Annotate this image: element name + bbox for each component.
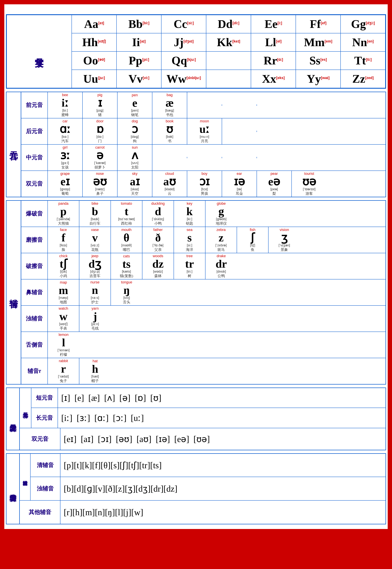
alphabet-cell: Ee[iː]	[251, 15, 296, 33]
vowels-section: 元音 前元音 bee iː [biː] 蜜蜂 pig ɪ [pɪɡ] 猪 pen…	[6, 92, 386, 197]
alphabet-cell: Gg[dʒiː]	[341, 15, 385, 33]
consonant-sym-big: s	[187, 232, 192, 243]
vowel-sym-big: ɒ	[97, 123, 104, 135]
consonant-sym-big: l	[62, 337, 65, 348]
vowel-symbol-cell	[257, 131, 292, 132]
consonant-symbols: lemon l [ˈlemən] 柠檬	[48, 332, 386, 358]
vowel-ipa: [nəʊz]	[95, 187, 105, 191]
alphabet-cell: Nn[en]	[341, 33, 385, 52]
consonant-ipa: [siː]	[187, 243, 192, 247]
alphabet-cell: Mm[em]	[296, 33, 341, 52]
vowel-cn: 月亮	[201, 139, 208, 144]
consonant-cn: 树	[188, 273, 191, 278]
consonant-sym-big: θ	[124, 232, 129, 243]
alphabet-letter: Bb	[128, 18, 143, 30]
alphabet-letter: Pp	[129, 54, 142, 67]
consonant-ipa: [ˈfɑːðə]	[153, 243, 164, 247]
other-cons-label: 其他辅音	[20, 501, 60, 524]
vowel-ipa: [kɑː]	[62, 135, 68, 139]
vowels-content: 前元音 bee iː [biː] 蜜蜂 pig ɪ [pɪɡ] 猪 pen e …	[21, 92, 386, 197]
alphabet-phonetic: [siː]	[187, 21, 194, 25]
consonant-ipa: [baɪk]	[91, 217, 99, 221]
vowel-symbol-cell	[187, 157, 222, 158]
consonant-row-label: 破擦音	[21, 253, 48, 279]
vowel-cn: 天空	[131, 191, 139, 196]
consonant-sym-big: z	[219, 232, 224, 243]
alphabet-letter: Qq	[172, 54, 187, 67]
consonant-sym-big: k	[186, 206, 193, 217]
consonant-symbol-cell: cats ts [kæts] 猫(复数)	[111, 253, 142, 279]
alphabet-cell: Ww[dʌbljuː]	[161, 70, 206, 88]
vowel-ipa: [pɪɡ]	[97, 108, 103, 113]
alphabet-cell: Tt[tiː]	[341, 52, 385, 70]
consonant-row-label: 磨擦音	[21, 227, 48, 253]
consonant-symbol-cell: panda p [ˈpændə] 大熊猫	[48, 201, 79, 227]
vowel-sym-big: ʊ	[166, 123, 173, 135]
vowel-classif-outer-label: 元音分类表	[6, 388, 20, 450]
consonant-symbol-cell: chick tʃ [tʃɪk] 小鸡	[48, 253, 79, 279]
consonant-row-label: 爆破音	[21, 201, 48, 227]
alphabet-row-header: 英文字母	[7, 15, 72, 88]
vowel-sym-big: eɪ	[60, 176, 70, 187]
alphabet-phonetic: [el]	[276, 39, 282, 43]
consonant-symbol-cell: vision ʒ [ˈvɪʒən] 景象	[268, 227, 300, 253]
consonant-sym-big: ŋ	[124, 284, 130, 296]
consonant-symbol-cell: hat h [hæt] 帽子	[79, 358, 111, 384]
alphabet-phonetic: [kjuː]	[187, 57, 196, 62]
consonant-sym-big: f	[62, 232, 65, 243]
consonant-cn: 毛线	[91, 326, 99, 331]
consonant-cn: 西红柿	[121, 221, 132, 226]
long-vowel-row: 长元音 [iː] [ɜː] [ɑː] [ɔː] [uː]	[31, 408, 386, 428]
consonant-sym-big: tʃ	[60, 258, 67, 270]
vowel-symbol-cell: dog ɔ [dɒɡ] 狗	[117, 118, 152, 144]
consonant-cn: 鱼	[251, 247, 254, 252]
vowel-classif-section: 元音分类表 单元音 短元音 [ɪ] [e] [æ] [ʌ] [ə] [ɒ] [ʊ…	[6, 387, 386, 450]
consonant-row-label: 鼻辅音	[21, 279, 48, 305]
consonant-ipa: [dreɪk]	[216, 270, 226, 273]
consonant-cn: 父亲	[154, 247, 162, 252]
diphthong-phonetics: [eɪ] [aɪ] [ɔɪ] [əʊ] [aʊ] [ɪə] [eə] [ʊə]	[60, 428, 386, 450]
voiced-row: 浊辅音 [b][d][ɡ][v][ð][z][ʒ][dʒ][dr][dz]	[30, 477, 386, 500]
alphabet-cell: Ll[el]	[251, 33, 296, 52]
paired-cons-group: 清浊成对的辅音 清辅音 [p][t][k][f][θ][s][ʃ][tʃ][tr…	[20, 454, 386, 501]
vowel-symbols: girl ɜː [ɡɜːl] 女孩 carrot ə [ˈkærət] 胡萝卜 …	[48, 145, 386, 171]
alphabet-cell: Dd[diː]	[206, 15, 251, 33]
vowel-ipa: [skaɪ]	[131, 187, 139, 191]
vowel-ipa: [ɪə]	[237, 187, 242, 191]
consonant-ipa: [kiː]	[187, 217, 192, 221]
vowel-cn: 汽车	[61, 139, 69, 144]
main-container: 英文字母Aa[eɪ]Bb[biː]Cc[siː]Dd[diː]Ee[iː]Ff[…	[3, 3, 389, 530]
alphabet-phonetic: [ef]	[321, 21, 326, 25]
consonant-cn: 手表	[60, 326, 67, 331]
alphabet-letter: Gg	[351, 18, 366, 30]
consonant-ipa: [ˈvɪʒən]	[279, 243, 290, 247]
consonant-symbols: panda p [ˈpændə] 大熊猫 bike b [baɪk] 自行车 t…	[48, 201, 386, 227]
alphabet-cell: Ss[es]	[296, 52, 341, 70]
vowel-sym-big: ɑː	[60, 123, 70, 135]
consonant-cn: 地图	[60, 300, 67, 305]
other-cons-phonetics: [r][h][m][n][ŋ][l][j][w]	[60, 501, 386, 524]
consonant-symbol-cell: globe g [ɡləʊb] 地球仪	[206, 201, 237, 227]
consonant-symbol-cell: bike b [baɪk] 自行车	[79, 201, 111, 227]
consonant-cn: 森林	[154, 273, 162, 278]
alphabet-cell: Hh[eɪtʃ]	[72, 33, 116, 52]
consonant-symbol-cell: sea s [siː] 海洋	[174, 227, 206, 253]
consonant-row: 舌侧音 lemon l [ˈlemən] 柠檬	[21, 332, 386, 358]
vowel-symbol-cell	[257, 104, 292, 106]
consonant-sym-big: h	[92, 363, 98, 375]
vowel-sym-big: ɜː	[60, 150, 70, 161]
consonant-symbol-cell: tomato t [tsɪˈnɑːtəʊ] 西红柿	[111, 201, 142, 227]
alphabet-phonetic: [en]	[367, 39, 374, 43]
vowel-symbol-cell: boy ɔɪ [bɔɪ] 男孩	[187, 171, 222, 197]
consonant-symbols: rabbit r [ˈræbɪt] 兔子 hat h [hæt] 帽子	[48, 358, 386, 384]
alphabet-letter: Cc	[174, 18, 187, 30]
consonant-cn: 嘴巴	[123, 247, 130, 252]
alphabet-phonetic: [piː]	[142, 57, 149, 62]
alphabet-phonetic: [viː]	[143, 76, 149, 80]
consonant-symbol-cell: drake dr [dreɪk] 公鸭	[206, 253, 237, 279]
vowel-ipa: [bʊk]	[166, 135, 173, 139]
alphabet-letter: Ll	[265, 36, 276, 49]
consonants-section: 辅音 爆破音 panda p [ˈpændə] 大熊猫 bike b [baɪk…	[6, 200, 386, 384]
alphabet-letter: Zz	[352, 72, 365, 85]
vowel-sym-big: uː	[199, 123, 210, 135]
